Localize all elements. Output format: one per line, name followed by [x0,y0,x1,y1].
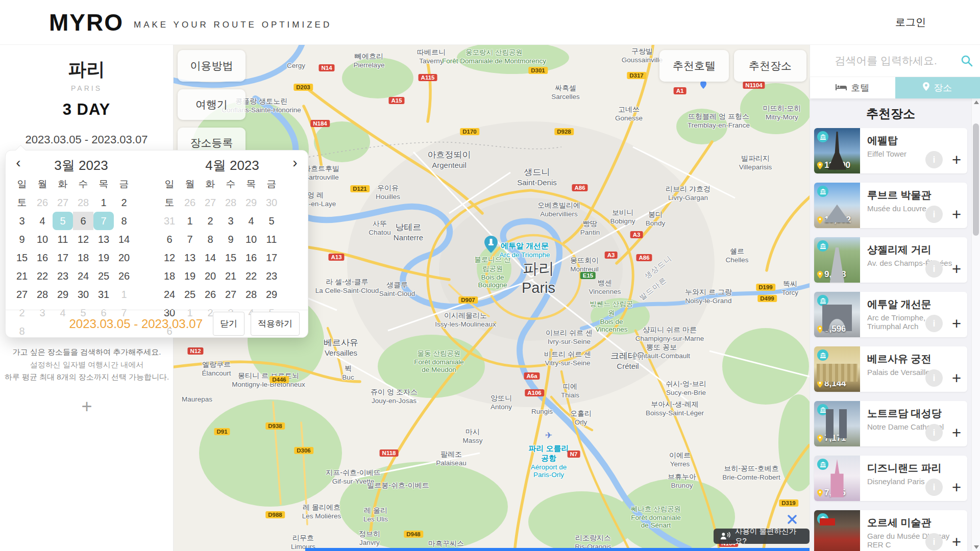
calendar-day[interactable]: 9 [12,230,32,248]
calendar-day[interactable]: 28 [241,285,261,304]
apply-button[interactable]: 적용하기 [251,312,300,336]
calendar-day[interactable]: 28 [73,193,93,212]
travelogue-button[interactable]: 여행기 [178,89,246,120]
calendar-day[interactable]: 18 [73,248,93,267]
info-icon[interactable]: i [925,260,943,278]
calendar-day[interactable]: 30 [73,285,93,304]
recommended-hotels-button[interactable]: 추천호텔 [659,50,729,82]
calendar-day[interactable]: 23 [53,267,73,285]
place-card[interactable]: 11,490에펠탑Eiffel Toweri+ [814,128,967,173]
calendar-day[interactable]: 21 [12,267,32,285]
calendar-day[interactable]: 26 [200,285,220,304]
calendar-day[interactable]: 13 [180,248,200,267]
calendar-day[interactable]: 7 [180,230,200,248]
calendar-day[interactable]: 13 [93,230,114,248]
place-card[interactable]: 오르세 미술관Gare du Musée D'Orsay RER Ci+ [814,510,967,551]
add-place-button[interactable]: + [952,261,961,277]
scroll-up-icon[interactable] [974,101,979,104]
calendar-day[interactable]: 1 [114,285,134,304]
calendar-prev-icon[interactable]: ‹ [11,155,26,171]
add-place-button[interactable]: + [952,207,961,222]
place-card[interactable]: 8,596에투알 개선문Arc de Triomphe, Triumphal A… [814,292,967,337]
calendar-day[interactable]: 8 [114,212,134,230]
close-icon[interactable] [786,513,798,525]
add-place-button[interactable]: + [952,480,961,495]
info-icon[interactable]: i [925,369,943,387]
calendar-day[interactable]: 17 [53,248,73,267]
scrollbar-thumb[interactable] [973,123,979,236]
tab-hotels[interactable]: 호텔 [810,77,895,98]
add-place-plus-button[interactable]: + [0,396,174,417]
place-card[interactable]: 7,115디즈니랜드 파리Disneyland Parisi+ [814,456,967,501]
calendar-day[interactable]: 28 [220,193,241,212]
recommended-places-button[interactable]: 추천장소 [734,50,806,82]
calendar-day[interactable]: 27 [220,285,241,304]
howto-button[interactable]: 이용방법 [178,50,246,82]
calendar-day[interactable]: 1 [180,212,200,230]
calendar-day[interactable]: 15 [220,248,241,267]
calendar-day[interactable]: 7 [93,212,114,230]
calendar-day[interactable]: 26 [32,193,53,212]
trip-date-range[interactable]: 2023.03.05 - 2023.03.07 [0,133,173,146]
calendar-day[interactable]: 1 [93,193,114,212]
calendar-day[interactable]: 14 [114,230,134,248]
add-place-button[interactable]: + [952,152,961,168]
calendar-day[interactable]: 5 [53,212,73,230]
calendar-day[interactable]: 21 [220,267,241,285]
calendar-day[interactable]: 19 [180,267,200,285]
calendar-day[interactable]: 10 [32,230,53,248]
calendar-day[interactable]: 28 [32,285,53,304]
tab-places[interactable]: 장소 [895,77,980,98]
info-icon[interactable]: i [925,151,943,168]
calendar-day[interactable]: 27 [53,193,73,212]
calendar-day[interactable]: 31 [159,212,180,230]
feedback-button[interactable]: 사용이 불편하신가요? [714,529,810,544]
calendar-day[interactable]: 5 [261,212,282,230]
calendar-day[interactable]: 25 [93,267,114,285]
calendar-day[interactable]: 16 [32,248,53,267]
calendar-day[interactable]: 14 [200,248,220,267]
calendar-day[interactable]: 24 [73,267,93,285]
place-card[interactable]: 9,288샹젤리제 거리Av. des Champs-Élyséesi+ [814,237,967,283]
list-scrollbar[interactable] [971,98,980,551]
info-icon[interactable]: i [925,315,943,332]
calendar-day[interactable]: 17 [261,248,282,267]
calendar-day[interactable]: 6 [73,212,93,230]
calendar-day[interactable]: 6 [159,230,180,248]
calendar-day[interactable]: 27 [200,193,220,212]
calendar-day[interactable]: 11 [53,230,73,248]
add-place-button[interactable]: + [952,425,961,441]
calendar-day[interactable]: 20 [200,267,220,285]
calendar-day[interactable]: 19 [93,248,114,267]
add-place-button[interactable]: + [952,316,961,332]
info-icon[interactable]: i [925,533,943,550]
calendar-day[interactable]: 18 [159,267,180,285]
calendar-day[interactable]: 26 [180,193,200,212]
calendar-day[interactable]: 8 [200,230,220,248]
calendar-day[interactable]: 12 [73,230,93,248]
calendar-day[interactable]: 24 [159,285,180,304]
close-button[interactable]: 닫기 [213,312,244,336]
search-input[interactable] [810,45,980,77]
place-card[interactable]: 8,144베르사유 궁전Palais de Versaillesi+ [814,346,967,392]
calendar-day[interactable]: 10 [241,230,261,248]
calendar-day[interactable]: 29 [261,285,282,304]
calendar-day[interactable]: 2 [114,193,134,212]
calendar-next-icon[interactable]: › [287,155,303,171]
calendar-day[interactable]: 12 [159,248,180,267]
calendar-day[interactable]: 29 [53,285,73,304]
calendar-day[interactable]: 27 [12,285,32,304]
calendar-day[interactable]: 20 [114,248,134,267]
add-place-button[interactable]: + [952,370,961,386]
info-icon[interactable]: i [925,479,943,496]
calendar-day[interactable]: 3 [12,212,32,230]
calendar-day[interactable]: 31 [93,285,114,304]
calendar-day[interactable]: 4 [32,212,53,230]
calendar-day[interactable]: 4 [241,212,261,230]
calendar-day[interactable]: 29 [241,193,261,212]
calendar-day[interactable]: 16 [241,248,261,267]
info-icon[interactable]: i [925,206,943,223]
scroll-down-icon[interactable] [974,545,979,549]
calendar-day[interactable]: 22 [241,267,261,285]
calendar-day[interactable]: 23 [261,267,282,285]
